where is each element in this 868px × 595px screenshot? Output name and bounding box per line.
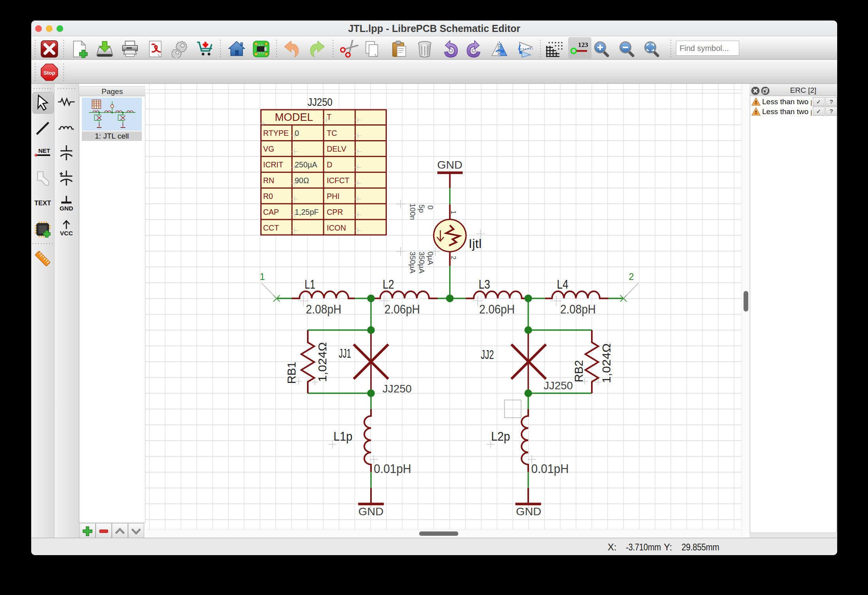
svg-text:2.08pH: 2.08pH <box>306 302 341 316</box>
svg-text:T: T <box>327 113 331 121</box>
svg-text:123: 123 <box>578 41 588 49</box>
svg-text:RTYPE: RTYPE <box>263 129 289 137</box>
svg-text:350µA: 350µA <box>409 252 417 274</box>
svg-text:VG: VG <box>263 145 274 153</box>
svg-text:90Ω: 90Ω <box>295 176 309 185</box>
svg-text:2: 2 <box>629 271 634 282</box>
svg-text:L1p: L1p <box>333 430 352 443</box>
svg-text:ICON: ICON <box>327 223 346 232</box>
svg-text:L3: L3 <box>479 278 490 291</box>
svg-text:1,024Ω: 1,024Ω <box>600 343 613 383</box>
svg-text:1,024Ω: 1,024Ω <box>316 342 329 382</box>
svg-text:RB2: RB2 <box>572 360 585 382</box>
svg-text:RB1: RB1 <box>285 362 298 384</box>
svg-text:0: 0 <box>426 205 435 210</box>
svg-text:2.06pH: 2.06pH <box>384 302 420 316</box>
svg-text:GND: GND <box>60 205 73 212</box>
svg-text:0: 0 <box>295 129 299 137</box>
svg-text:1: 1 <box>450 210 457 214</box>
svg-text:350µA: 350µA <box>418 252 426 274</box>
svg-text:GND: GND <box>516 505 541 518</box>
svg-text:TEXT: TEXT <box>34 199 51 206</box>
svg-text:JJ250: JJ250 <box>382 383 412 395</box>
svg-text:PHI: PHI <box>327 192 340 201</box>
svg-text:Ijtl: Ijtl <box>469 236 482 251</box>
svg-text:RN: RN <box>263 176 274 185</box>
svg-text:L1: L1 <box>305 278 315 291</box>
svg-text:R0: R0 <box>263 192 273 201</box>
svg-text:0µA: 0µA <box>426 252 435 265</box>
svg-text:CAP: CAP <box>263 208 279 216</box>
svg-text:5p: 5p <box>418 205 426 213</box>
svg-text:VCC: VCC <box>60 230 73 236</box>
svg-text:GND: GND <box>358 505 384 518</box>
svg-text:100n: 100n <box>409 203 417 220</box>
svg-text:1: 1 <box>260 271 265 282</box>
svg-text:JJ250: JJ250 <box>544 379 573 392</box>
svg-text:DELV: DELV <box>327 145 346 153</box>
svg-text:2: 2 <box>450 256 457 259</box>
svg-text:L4: L4 <box>557 278 569 291</box>
svg-text:JJ250: JJ250 <box>308 96 333 108</box>
svg-text:0.01pH: 0.01pH <box>374 462 411 476</box>
svg-text:ICRIT: ICRIT <box>263 160 283 169</box>
svg-text:Stop: Stop <box>43 70 55 76</box>
svg-text:MODEL: MODEL <box>275 111 313 123</box>
svg-text:JJ2: JJ2 <box>481 348 494 362</box>
svg-text:2.08pH: 2.08pH <box>560 302 596 316</box>
svg-text:ICFCT: ICFCT <box>327 176 349 185</box>
svg-text:0.01pH: 0.01pH <box>531 462 569 476</box>
svg-text:JJ1: JJ1 <box>339 347 351 360</box>
svg-text:D: D <box>327 160 332 169</box>
svg-text:2.06pH: 2.06pH <box>479 302 515 316</box>
svg-text:GND: GND <box>437 159 463 171</box>
svg-text:L2p: L2p <box>491 430 510 443</box>
svg-text:250µA: 250µA <box>295 160 317 169</box>
svg-text:1,25pF: 1,25pF <box>295 208 319 216</box>
svg-text:TC: TC <box>327 129 337 137</box>
svg-text:CPR: CPR <box>327 208 343 216</box>
svg-text:CCT: CCT <box>263 223 279 232</box>
svg-text:NET: NET <box>38 147 50 154</box>
svg-text:L2: L2 <box>383 278 394 291</box>
